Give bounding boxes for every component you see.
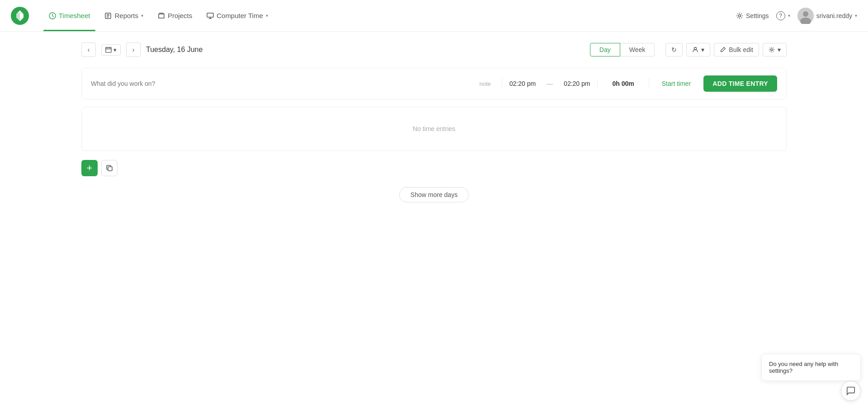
- calendar-chevron: ▾: [113, 47, 117, 53]
- start-timer-button[interactable]: Start timer: [656, 77, 697, 90]
- week-view-button[interactable]: Week: [620, 43, 655, 56]
- date-bar: ‹ ▾ › Tuesday, 16 June Day Week ↻ ▾: [81, 42, 787, 57]
- note-label: note: [479, 80, 491, 87]
- computer-icon: [207, 12, 214, 19]
- toolbar-buttons: ↻ ▾ Bulk edit ▾: [665, 43, 787, 56]
- no-entries-label: No time entries: [413, 125, 455, 132]
- divider-3: [649, 78, 649, 89]
- main-content: ‹ ▾ › Tuesday, 16 June Day Week ↻ ▾: [0, 32, 868, 213]
- nav-right: Settings ? ▾ srivani.reddy ▾: [736, 8, 857, 24]
- help-icon: ?: [776, 11, 785, 20]
- settings-menu-item[interactable]: Settings: [736, 12, 769, 19]
- computer-time-chevron: ▾: [266, 13, 268, 18]
- nav-reports[interactable]: Reports ▾: [99, 0, 149, 31]
- plus-icon: +: [87, 162, 93, 174]
- avatar: [797, 8, 814, 24]
- add-entry-plus-button[interactable]: +: [81, 160, 98, 176]
- user-menu-item[interactable]: srivani.reddy ▾: [797, 8, 857, 24]
- svg-point-9: [694, 47, 697, 50]
- nav-timesheet-label: Timesheet: [59, 12, 90, 19]
- action-buttons: +: [81, 160, 787, 176]
- person-icon: [692, 47, 698, 53]
- nav-computer-time[interactable]: Computer Time ▾: [201, 0, 274, 31]
- reports-chevron: ▾: [141, 13, 143, 18]
- view-toggle: Day Week: [590, 43, 655, 56]
- main-nav: Timesheet Reports ▾ Projects Computer Ti…: [0, 0, 868, 32]
- duration-value[interactable]: 0h 00m: [612, 80, 634, 87]
- edit-icon: [720, 47, 726, 53]
- settings-label: Settings: [746, 12, 769, 19]
- bulk-edit-label: Bulk edit: [729, 46, 753, 53]
- reports-icon: [104, 12, 112, 19]
- svg-point-10: [771, 49, 773, 51]
- time-separator: —: [547, 80, 553, 87]
- bulk-edit-button[interactable]: Bulk edit: [714, 43, 759, 56]
- nav-projects[interactable]: Projects: [152, 0, 198, 31]
- no-entries-box: No time entries: [81, 107, 787, 151]
- settings-gear-button[interactable]: ▾: [763, 43, 787, 56]
- time-entry-input-row: note 02:20 pm — 02:20 pm 0h 00m Start ti…: [81, 68, 787, 99]
- logo[interactable]: [11, 7, 29, 25]
- work-description-input[interactable]: [91, 80, 472, 87]
- person-filter-button[interactable]: ▾: [686, 43, 710, 56]
- nav-items: Timesheet Reports ▾ Projects Computer Ti…: [43, 0, 274, 31]
- prev-day-button[interactable]: ‹: [81, 42, 96, 57]
- divider-2: [597, 78, 598, 89]
- svg-point-4: [739, 14, 741, 17]
- nav-reports-label: Reports: [114, 12, 138, 19]
- username-label: srivani.reddy: [816, 12, 852, 19]
- clock-icon: [49, 12, 56, 19]
- calendar-icon: [105, 47, 112, 53]
- calendar-picker-button[interactable]: ▾: [101, 44, 121, 56]
- projects-icon: [158, 12, 165, 19]
- next-day-button[interactable]: ›: [126, 42, 141, 57]
- person-chevron: ▾: [701, 46, 704, 53]
- start-time-value[interactable]: 02:20 pm: [509, 80, 536, 87]
- svg-point-6: [803, 11, 808, 17]
- svg-rect-11: [108, 167, 112, 171]
- gear-small-icon: [769, 47, 775, 53]
- show-more-days-button[interactable]: Show more days: [399, 187, 469, 202]
- show-more-section: Show more days: [81, 187, 787, 202]
- divider-1: [502, 78, 502, 89]
- user-chevron: ▾: [855, 13, 857, 18]
- add-time-entry-button[interactable]: ADD TIME ENTRY: [703, 75, 777, 92]
- gear-icon: [736, 12, 743, 19]
- nav-projects-label: Projects: [168, 12, 192, 19]
- refresh-button[interactable]: ↻: [665, 43, 683, 56]
- copy-button[interactable]: [101, 160, 118, 176]
- refresh-icon: ↻: [671, 46, 677, 53]
- svg-rect-8: [106, 47, 111, 52]
- help-chevron: ▾: [788, 13, 790, 18]
- copy-icon: [106, 164, 113, 172]
- end-time-value[interactable]: 02:20 pm: [564, 80, 590, 87]
- settings-chevron: ▾: [778, 46, 781, 53]
- nav-computer-time-label: Computer Time: [217, 12, 263, 19]
- svg-rect-3: [207, 13, 213, 17]
- current-date-label: Tuesday, 16 June: [146, 46, 585, 54]
- nav-timesheet[interactable]: Timesheet: [43, 0, 95, 31]
- help-menu-item[interactable]: ? ▾: [776, 11, 790, 20]
- day-view-button[interactable]: Day: [590, 43, 620, 56]
